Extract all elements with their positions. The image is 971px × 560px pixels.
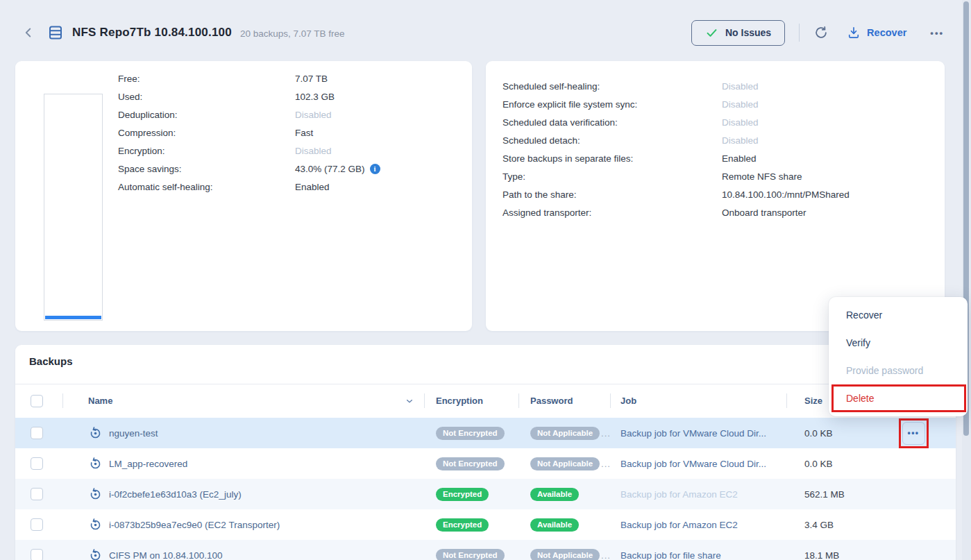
table-row[interactable]: i-0f2cbefe1e63d10a3 (Ec2_july) Encrypted… xyxy=(15,479,956,509)
truncation-dots: ... xyxy=(601,428,610,439)
summary-label: Scheduled self-healing: xyxy=(503,81,722,92)
column-header-password[interactable]: Password xyxy=(530,396,573,406)
header-actions: No Issues Recover ••• xyxy=(691,20,954,46)
summary-value: Disabled xyxy=(722,135,759,146)
summary-row: Enforce explicit file system sync:Disabl… xyxy=(503,95,932,113)
size-value: 3.4 GB xyxy=(804,520,834,530)
table-row[interactable]: i-0873b25b9ea7ec9e0 (EC2 Transporter) En… xyxy=(15,509,956,540)
password-badge: Available xyxy=(530,518,579,532)
row-more-button[interactable]: ••• xyxy=(902,422,925,445)
table-row[interactable]: nguyen-test Not Encrypted Not Applicable… xyxy=(15,418,956,448)
table-row[interactable]: LM_app-recovered Not Encrypted Not Appli… xyxy=(15,448,956,479)
column-divider xyxy=(610,393,611,408)
sort-chevron-down-icon[interactable] xyxy=(405,396,414,406)
table-row[interactable]: CIFS PM on 10.84.100.100 Not Encrypted N… xyxy=(15,540,956,560)
back-button[interactable] xyxy=(21,25,36,40)
column-header-encryption[interactable]: Encryption xyxy=(436,396,483,406)
row-checkbox[interactable] xyxy=(31,549,43,560)
menu-item-verify[interactable]: Verify xyxy=(829,329,968,357)
info-icon[interactable]: i xyxy=(370,164,380,174)
storage-summary-list: Free:7.07 TBUsed:102.3 GBDeduplication:D… xyxy=(15,61,459,196)
header-more-button[interactable]: ••• xyxy=(930,28,944,38)
recover-button[interactable]: Recover xyxy=(847,26,906,40)
summary-row: Type:Remote NFS share xyxy=(503,167,932,185)
backup-name-link[interactable]: i-0f2cbefe1e63d10a3 (Ec2_july) xyxy=(109,489,242,500)
menu-item-provide-password: Provide password xyxy=(829,357,968,384)
refresh-icon xyxy=(813,25,829,40)
summary-value: Fast xyxy=(295,128,313,138)
backup-restore-icon xyxy=(88,426,103,441)
job-link[interactable]: Backup job for VMware Cloud Dir... xyxy=(620,459,766,469)
page-subtitle: 20 backups, 7.07 TB free xyxy=(240,28,345,39)
row-checkbox[interactable] xyxy=(31,457,43,470)
summary-value: Disabled xyxy=(722,99,759,110)
summary-label: Free: xyxy=(118,74,295,84)
password-badge: Not Applicable xyxy=(530,427,600,440)
no-issues-label: No Issues xyxy=(725,27,771,38)
encryption-badge: Not Encrypted xyxy=(436,457,505,470)
password-badge: Not Applicable xyxy=(530,457,600,470)
summary-value: Remote NFS share xyxy=(722,171,802,182)
storage-summary-card: Free:7.07 TBUsed:102.3 GBDeduplication:D… xyxy=(15,61,472,331)
summary-value: Disabled xyxy=(295,110,332,120)
summary-row: Used:102.3 GB xyxy=(118,87,459,105)
summary-label: Encryption: xyxy=(118,146,295,156)
backup-name-link[interactable]: CIFS PM on 10.84.100.100 xyxy=(109,550,223,560)
summary-row: Compression:Fast xyxy=(118,124,459,142)
summary-row: Encryption:Disabled xyxy=(118,142,459,160)
column-divider xyxy=(424,393,425,408)
backup-restore-icon xyxy=(88,457,103,471)
backups-section-title: Backups xyxy=(29,355,73,367)
summary-value: 10.84.100.100:/mnt/PMShared xyxy=(722,189,850,200)
no-issues-button[interactable]: No Issues xyxy=(691,20,785,46)
column-header-name[interactable]: Name xyxy=(88,396,112,406)
repository-icon xyxy=(47,24,64,41)
summary-label: Deduplication: xyxy=(118,110,295,120)
table-header-row: Name Encryption Password Job Size xyxy=(15,384,956,418)
chevron-left-icon xyxy=(21,25,36,40)
refresh-button[interactable] xyxy=(813,25,829,40)
menu-item-recover[interactable]: Recover xyxy=(829,301,968,329)
column-divider xyxy=(786,393,787,408)
menu-item-delete[interactable]: Delete xyxy=(829,384,968,412)
backup-restore-icon xyxy=(88,487,103,502)
summary-label: Store backups in separate files: xyxy=(503,153,722,164)
backup-name-link[interactable]: nguyen-test xyxy=(109,428,158,439)
summary-row: Deduplication:Disabled xyxy=(118,105,459,124)
summary-row: Path to the share:10.84.100.100:/mnt/PMS… xyxy=(503,185,932,203)
job-link[interactable]: Backup job for Amazon EC2 xyxy=(620,489,738,500)
summary-value: Enabled xyxy=(722,153,757,164)
row-checkbox[interactable] xyxy=(31,488,43,500)
summary-label: Type: xyxy=(503,171,722,182)
summary-label: Enforce explicit file system sync: xyxy=(503,99,722,110)
backup-restore-icon xyxy=(88,518,103,532)
size-value: 18.1 MB xyxy=(804,550,839,560)
capacity-gauge-used xyxy=(45,316,101,319)
backup-restore-icon xyxy=(88,548,103,560)
scrollbar-track[interactable] xyxy=(962,0,971,560)
column-divider xyxy=(62,393,63,408)
summary-value: 43.0% (77.2 GB) xyxy=(295,164,365,174)
select-all-checkbox[interactable] xyxy=(31,395,43,407)
summary-value: 7.07 TB xyxy=(295,74,328,84)
summary-label: Assigned transporter: xyxy=(503,207,722,218)
table-body: nguyen-test Not Encrypted Not Applicable… xyxy=(15,418,956,560)
backups-card: Backups Name Encryption Password Job Siz… xyxy=(15,345,956,560)
summary-label: Path to the share: xyxy=(503,189,722,200)
backup-name-link[interactable]: LM_app-recovered xyxy=(109,459,187,469)
row-checkbox[interactable] xyxy=(31,518,43,531)
column-header-size[interactable]: Size xyxy=(804,396,822,406)
summary-label: Automatic self-healing: xyxy=(118,182,295,192)
job-link[interactable]: Backup job for VMware Cloud Dir... xyxy=(620,428,766,439)
backup-name-link[interactable]: i-0873b25b9ea7ec9e0 (EC2 Transporter) xyxy=(109,520,280,530)
column-header-job[interactable]: Job xyxy=(620,396,636,406)
encryption-badge: Not Encrypted xyxy=(436,427,505,440)
row-checkbox[interactable] xyxy=(31,427,43,439)
download-icon xyxy=(847,26,861,40)
encryption-badge: Not Encrypted xyxy=(436,549,505,560)
job-link[interactable]: Backup job for Amazon EC2 xyxy=(620,520,738,530)
summary-row: Space savings:43.0% (77.2 GB)i xyxy=(118,160,459,178)
job-link[interactable]: Backup job for file share xyxy=(620,550,721,560)
truncation-dots: ... xyxy=(601,550,610,560)
size-value: 0.0 KB xyxy=(804,428,833,439)
